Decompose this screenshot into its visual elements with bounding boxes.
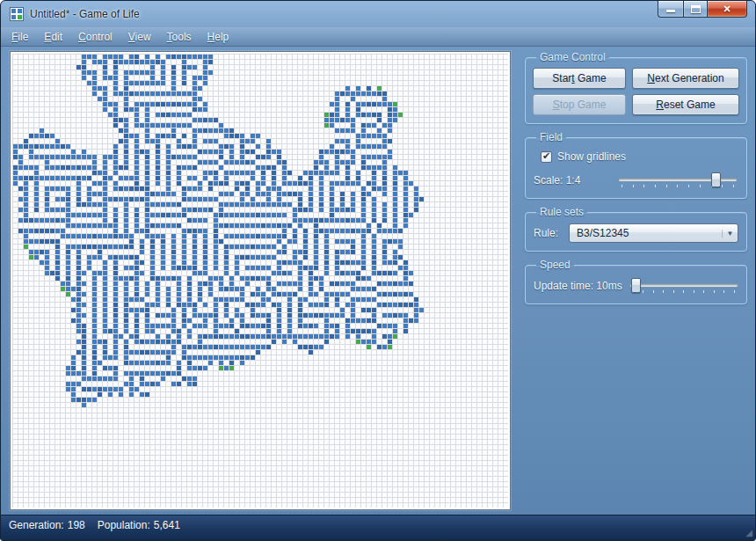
menu-view[interactable]: View xyxy=(120,28,159,46)
speed-slider[interactable] xyxy=(629,276,738,296)
menu-edit[interactable]: Edit xyxy=(36,28,70,46)
stop-game-button[interactable]: Stop Game xyxy=(533,94,626,115)
menu-file[interactable]: File xyxy=(4,28,36,46)
life-grid-panel xyxy=(10,51,511,510)
menu-label: Tools xyxy=(167,31,192,43)
button-label: Next Generation xyxy=(647,72,723,84)
close-button[interactable]: ✕ xyxy=(707,1,747,18)
menu-tools[interactable]: Tools xyxy=(159,28,200,46)
minimize-icon xyxy=(666,10,675,12)
menu-label: View xyxy=(128,31,151,43)
check-icon: ✔ xyxy=(542,151,550,161)
scale-slider[interactable] xyxy=(618,171,738,190)
window-title: Untitled* - Game of Life xyxy=(30,8,140,20)
menu-label: Help xyxy=(207,31,229,43)
group-game-control: Game Control Start Game Next Generation … xyxy=(525,51,747,124)
update-time-label: Update time: 10ms xyxy=(534,280,622,292)
group-speed: Speed Update time: 10ms xyxy=(525,259,747,304)
client-area: Game Control Start Game Next Generation … xyxy=(1,47,755,515)
menu-control[interactable]: Control xyxy=(70,28,120,46)
caption-buttons: ✕ xyxy=(658,1,747,18)
life-grid-canvas[interactable] xyxy=(12,54,508,508)
menu-help[interactable]: Help xyxy=(200,28,237,46)
menu-label: Edit xyxy=(44,31,62,43)
speed-row: Update time: 10ms xyxy=(533,276,739,296)
population-status: Population: 5,641 xyxy=(98,519,180,531)
menubar: File Edit Control View Tools Help xyxy=(1,27,755,47)
speed-slider-track[interactable] xyxy=(629,283,738,288)
speed-slider-thumb[interactable] xyxy=(631,278,641,293)
titlebar[interactable]: Untitled* - Game of Life ✕ xyxy=(1,1,755,27)
scale-slider-thumb[interactable] xyxy=(711,172,721,187)
population-label: Population: xyxy=(98,519,150,531)
button-label: Start Game xyxy=(552,72,606,84)
chevron-down-icon[interactable]: ▼ xyxy=(722,230,738,238)
start-game-button[interactable]: Start Game xyxy=(533,68,626,89)
maximize-button[interactable] xyxy=(683,1,708,18)
resize-grip[interactable]: ◢ xyxy=(745,528,752,537)
generation-value: 198 xyxy=(68,519,85,531)
checkbox-box: ✔ xyxy=(541,151,552,163)
group-title-rule-sets: Rule sets xyxy=(536,206,587,218)
checkbox-label: Show gridlines xyxy=(557,150,626,163)
menu-label: File xyxy=(11,31,28,43)
statusbar: Generation: 198 Population: 5,641 ◢ xyxy=(1,515,755,540)
button-label: Stop Game xyxy=(553,99,607,111)
app-window: Untitled* - Game of Life ✕ File Edit Con… xyxy=(0,0,756,541)
group-title-game-control: Game Control xyxy=(536,51,609,63)
close-icon: ✕ xyxy=(723,4,731,15)
rule-row: Rule: B3/S12345 ▼ xyxy=(533,223,739,243)
population-value: 5,641 xyxy=(154,519,180,531)
group-field: Field ✔ Show gridlines Scale: 1:4 xyxy=(525,131,747,199)
scale-row: Scale: 1:4 xyxy=(533,171,739,190)
group-title-speed: Speed xyxy=(536,259,574,271)
maximize-icon xyxy=(691,5,701,13)
button-label: Reset Game xyxy=(656,99,715,111)
rule-select[interactable]: B3/S12345 ▼ xyxy=(569,223,738,243)
next-generation-button[interactable]: Next Generation xyxy=(632,68,739,89)
group-rule-sets: Rule sets Rule: B3/S12345 ▼ xyxy=(525,206,747,252)
generation-status: Generation: 198 xyxy=(9,519,85,531)
generation-label: Generation: xyxy=(9,519,64,531)
reset-game-button[interactable]: Reset Game xyxy=(632,94,739,115)
scale-label: Scale: 1:4 xyxy=(534,174,580,186)
game-control-buttons: Start Game Next Generation Stop Game Res… xyxy=(533,68,739,115)
show-gridlines-checkbox[interactable]: ✔ Show gridlines xyxy=(541,150,626,163)
rule-select-value: B3/S12345 xyxy=(570,227,722,239)
rule-label: Rule: xyxy=(534,227,558,239)
speed-slider-ticks xyxy=(633,290,735,293)
app-icon xyxy=(10,7,24,21)
group-title-field: Field xyxy=(536,131,566,143)
control-panel: Game Control Start Game Next Generation … xyxy=(525,51,747,311)
menu-label: Control xyxy=(78,31,113,43)
minimize-button[interactable] xyxy=(658,1,684,18)
